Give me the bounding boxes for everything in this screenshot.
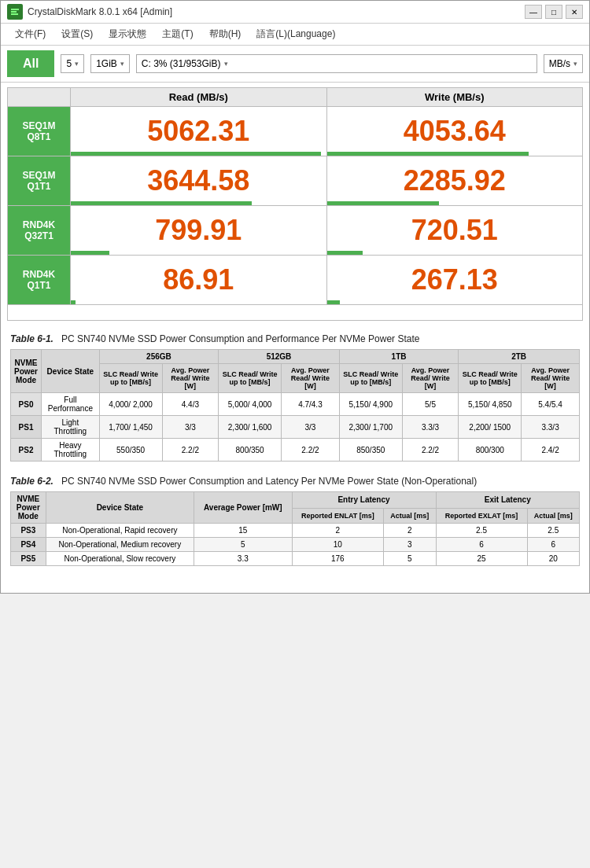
titlebar: CrystalDiskMark 8.0.1 x64 [Admin] — □ ✕ — [1, 1, 589, 24]
t2-entry-actual: 2 — [384, 524, 436, 538]
titlebar-left: CrystalDiskMark 8.0.1 x64 [Admin] — [7, 4, 172, 20]
drive-value: C: 3% (31/953GiB) — [142, 58, 221, 69]
t1-state: Full Performance — [42, 393, 100, 416]
bench-label: SEQ1M Q1T1 — [8, 156, 71, 205]
bench-write-value: 2285.92 — [327, 156, 583, 205]
tables-area: Table 6-1. PC SN740 NVMe SSD Power Consu… — [1, 326, 589, 593]
menu-item[interactable]: 帮助(H) — [201, 25, 249, 43]
t1-mode: PS1 — [11, 416, 42, 439]
t2-exit-reported: 6 — [436, 538, 527, 552]
t1-slc-1tb: 2,300/ 1,700 — [339, 416, 402, 439]
app-icon — [7, 4, 23, 20]
unit-select[interactable]: MB/s ▾ — [544, 54, 583, 73]
th2-actual-entry: Actual [ms] — [384, 508, 436, 523]
t1-avg-512: 2.2/2 — [282, 439, 340, 462]
menu-item[interactable]: 主題(T) — [154, 25, 201, 43]
t1-mode: PS0 — [11, 393, 42, 416]
table1: NVMEPowerMode Device State 256GB 512GB 1… — [10, 349, 580, 462]
all-button[interactable]: All — [7, 50, 54, 77]
t2-exit-reported: 25 — [436, 552, 527, 566]
table-row: PS3 Non-Operational, Rapid recovery 15 2… — [11, 524, 580, 538]
menu-item[interactable]: 文件(F) — [7, 25, 53, 43]
bench-header-empty — [8, 88, 71, 106]
bench-label-line1: SEQ1M — [22, 170, 55, 181]
size-select[interactable]: 1GiB ▾ — [90, 54, 130, 73]
th-avg-2tb: Avg. Power Read/ Write [W] — [522, 364, 580, 393]
table1-caption: PC SN740 NVMe SSD Power Consumption and … — [61, 333, 420, 344]
bench-read-value: 799.91 — [71, 206, 327, 255]
th-2tb: 2TB — [459, 350, 580, 364]
table1-body: PS0 Full Performance 4,000/ 2,000 4.4/3 … — [11, 393, 580, 462]
th2-exit: Exit Latency — [436, 492, 579, 509]
table-row: PS2 Heavy Throttling 550/350 2.2/2 800/3… — [11, 439, 580, 462]
bench-write-value: 720.51 — [327, 206, 583, 255]
t1-slc-256: 550/350 — [99, 439, 162, 462]
bench-label-line1: SEQ1M — [22, 120, 55, 131]
t2-state: Non-Operational, Slow recovery — [46, 552, 194, 566]
runs-select[interactable]: 5 ▾ — [61, 54, 84, 73]
menubar: 文件(F)设置(S)显示状態主題(T)帮助(H)語言(L)(Language) — [1, 24, 589, 46]
bench-write-value: 267.13 — [327, 256, 583, 304]
t2-entry-actual: 3 — [384, 538, 436, 552]
table-row: PS0 Full Performance 4,000/ 2,000 4.4/3 … — [11, 393, 580, 416]
bench-label-line2: Q1T1 — [27, 280, 50, 291]
svg-rect-2 — [11, 11, 17, 13]
bench-label-line1: RND4K — [23, 269, 55, 280]
t1-slc-256: 4,000/ 2,000 — [99, 393, 162, 416]
th2-exlat: Reported EXLAT [ms] — [436, 508, 527, 523]
t2-state: Non-Operational, Rapid recovery — [46, 524, 194, 538]
write-header: Write (MB/s) — [327, 88, 583, 106]
th-nvme-mode: NVMEPowerMode — [11, 350, 42, 393]
t1-slc-1tb: 5,150/ 4,900 — [339, 393, 402, 416]
bench-read-value: 86.91 — [71, 256, 327, 304]
table1-number: Table 6-1. — [10, 333, 53, 344]
th-256gb: 256GB — [99, 350, 218, 364]
t2-avg-power: 15 — [194, 524, 292, 538]
bench-row: SEQ1M Q8T1 5062.31 4053.64 — [7, 107, 583, 156]
t2-avg-power: 5 — [194, 538, 292, 552]
bench-label-line2: Q8T1 — [27, 131, 50, 142]
t1-slc-2tb: 800/300 — [459, 439, 522, 462]
th-slc-1tb: SLC Read/ Write up to [MB/s] — [339, 364, 402, 393]
drive-select[interactable]: C: 3% (31/953GiB) ▾ — [136, 54, 537, 73]
restore-button[interactable]: □ — [545, 5, 562, 19]
th-avg-256: Avg. Power Read/ Write [W] — [162, 364, 219, 393]
menu-item[interactable]: 語言(L)(Language) — [249, 25, 343, 43]
th-device-state: Device State — [42, 350, 100, 393]
th2-avg-power: Average Power [mW] — [194, 492, 292, 524]
runs-value: 5 — [66, 58, 72, 69]
bench-header: Read (MB/s) Write (MB/s) — [7, 87, 583, 107]
th-avg-512: Avg. Power Read/ Write [W] — [282, 364, 340, 393]
bench-read-value: 3644.58 — [71, 156, 327, 205]
minimize-button[interactable]: — — [525, 5, 542, 19]
bench-label: RND4K Q32T1 — [8, 206, 71, 255]
bench-row: RND4K Q32T1 799.91 720.51 — [7, 206, 583, 256]
t2-mode: PS4 — [11, 538, 46, 552]
size-value: 1GiB — [96, 58, 117, 69]
app-window: CrystalDiskMark 8.0.1 x64 [Admin] — □ ✕ … — [0, 0, 590, 594]
table-row: PS1 Light Throttling 1,700/ 1,450 3/3 2,… — [11, 416, 580, 439]
t1-avg-2tb: 2.4/2 — [522, 439, 580, 462]
bench-label-line1: RND4K — [23, 219, 55, 230]
t1-avg-2tb: 3.3/3 — [522, 416, 580, 439]
th-slc-2tb: SLC Read/ Write up to [MB/s] — [459, 364, 522, 393]
th-avg-1tb: Avg. Power Read/ Write [W] — [402, 364, 459, 393]
th-512gb: 512GB — [219, 350, 340, 364]
unit-arrow: ▾ — [573, 60, 577, 68]
menu-item[interactable]: 显示状態 — [101, 25, 154, 43]
th-1tb: 1TB — [339, 350, 458, 364]
table-row: PS4 Non-Operational, Medium recovery 5 1… — [11, 538, 580, 552]
t2-exit-actual: 20 — [527, 552, 579, 566]
bench-label: RND4K Q1T1 — [8, 256, 71, 304]
window-title: CrystalDiskMark 8.0.1 x64 [Admin] — [28, 6, 172, 17]
menu-item[interactable]: 设置(S) — [53, 25, 101, 43]
close-button[interactable]: ✕ — [566, 5, 583, 19]
t1-avg-256: 4.4/3 — [162, 393, 219, 416]
table2: NVMEPowerMode Device State Average Power… — [10, 491, 580, 566]
drive-arrow: ▾ — [224, 60, 228, 68]
t2-entry-reported: 2 — [292, 524, 384, 538]
t2-entry-actual: 5 — [384, 552, 436, 566]
bench-row: RND4K Q1T1 86.91 267.13 — [7, 256, 583, 305]
t1-avg-256: 3/3 — [162, 416, 219, 439]
t2-exit-actual: 6 — [527, 538, 579, 552]
